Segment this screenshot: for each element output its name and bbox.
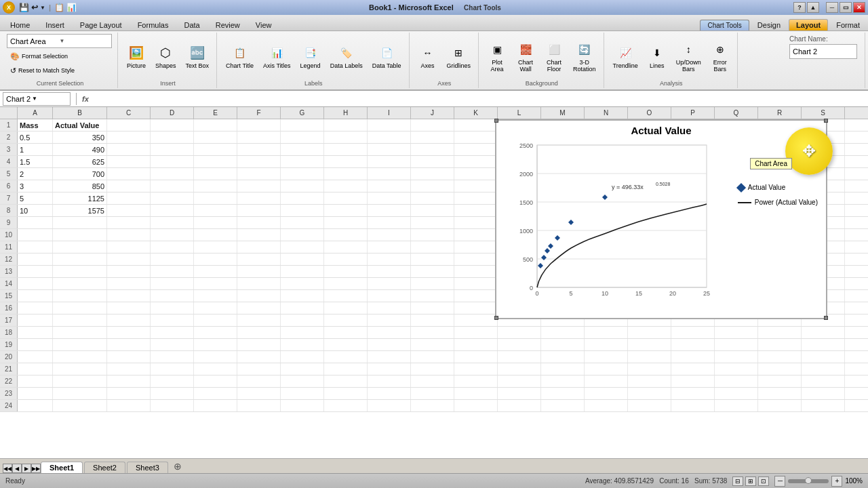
cell-empty[interactable] xyxy=(454,339,498,350)
tab-formulas[interactable]: Formulas xyxy=(130,19,176,30)
cell-empty[interactable] xyxy=(194,180,237,192)
cell-empty[interactable] xyxy=(368,192,411,204)
data-labels-btn[interactable]: 🏷️ Data Labels xyxy=(327,37,366,76)
cell-empty[interactable] xyxy=(411,192,454,204)
tab-home[interactable]: Home xyxy=(3,19,37,30)
cell-empty[interactable] xyxy=(194,192,237,204)
cell-empty[interactable] xyxy=(368,241,411,253)
cell-empty[interactable] xyxy=(324,253,368,265)
cell-empty[interactable] xyxy=(281,327,324,338)
cell-b[interactable] xyxy=(53,339,107,350)
cell-empty[interactable] xyxy=(454,278,498,289)
cell-empty[interactable] xyxy=(107,400,151,411)
cell-empty[interactable] xyxy=(194,375,237,387)
cell-empty[interactable] xyxy=(411,400,454,411)
new-sheet-btn[interactable]: ⊕ xyxy=(170,460,186,473)
restore-btn[interactable]: ▭ xyxy=(840,2,852,13)
cell-empty[interactable] xyxy=(368,314,411,326)
undo-icon[interactable]: ↩ xyxy=(31,3,38,12)
cell-empty[interactable] xyxy=(281,363,324,375)
cell-b[interactable]: 1125 xyxy=(53,192,107,204)
up-down-bars-btn[interactable]: ↕ Up/DownBars xyxy=(673,37,705,76)
tab-layout[interactable]: Layout xyxy=(789,19,828,30)
cell-empty[interactable] xyxy=(237,119,281,131)
cell-empty[interactable] xyxy=(107,363,151,375)
cell-a[interactable]: 1.5 xyxy=(18,156,53,167)
cell-empty[interactable] xyxy=(628,339,671,350)
cell-empty[interactable] xyxy=(194,253,237,265)
cell-empty[interactable] xyxy=(107,351,151,363)
cell-empty[interactable] xyxy=(194,156,237,167)
cell-empty[interactable] xyxy=(671,351,715,363)
cell-empty[interactable] xyxy=(715,327,758,338)
cell-b[interactable]: 350 xyxy=(53,131,107,143)
cell-empty[interactable] xyxy=(368,180,411,192)
cell-empty[interactable] xyxy=(151,131,194,143)
tab-page-layout[interactable]: Page Layout xyxy=(73,19,130,30)
cell-empty[interactable] xyxy=(281,119,324,131)
cell-empty[interactable] xyxy=(411,278,454,289)
cell-empty[interactable] xyxy=(454,375,498,387)
cell-empty[interactable] xyxy=(368,290,411,302)
cell-empty[interactable] xyxy=(411,217,454,228)
cell-empty[interactable] xyxy=(151,388,194,399)
cell-empty[interactable] xyxy=(498,400,541,411)
cell-empty[interactable] xyxy=(758,339,802,350)
error-bars-btn[interactable]: ⊕ ErrorBars xyxy=(707,37,733,76)
cell-empty[interactable] xyxy=(107,253,151,265)
gridlines-btn[interactable]: ⊞ Gridlines xyxy=(443,37,475,76)
cell-empty[interactable] xyxy=(758,400,802,411)
cell-empty[interactable] xyxy=(324,192,368,204)
col-header-e[interactable]: E xyxy=(194,107,237,119)
cell-empty[interactable] xyxy=(715,339,758,350)
cell-empty[interactable] xyxy=(758,388,802,399)
chart-area-dropdown[interactable]: Chart Area ▼ xyxy=(7,34,112,48)
cell-empty[interactable] xyxy=(194,363,237,375)
cell-empty[interactable] xyxy=(411,351,454,363)
cell-empty[interactable] xyxy=(107,156,151,167)
sheet-next-btn[interactable]: ▶ xyxy=(22,464,31,473)
cell-empty[interactable] xyxy=(585,375,628,387)
cell-a[interactable] xyxy=(18,229,53,241)
cell-empty[interactable] xyxy=(281,351,324,363)
cell-empty[interactable] xyxy=(107,168,151,180)
cell-empty[interactable] xyxy=(324,217,368,228)
cell-empty[interactable] xyxy=(671,400,715,411)
cell-empty[interactable] xyxy=(411,180,454,192)
cell-empty[interactable] xyxy=(281,278,324,289)
cell-empty[interactable] xyxy=(194,119,237,131)
cell-empty[interactable] xyxy=(237,302,281,314)
cell-empty[interactable] xyxy=(194,400,237,411)
cell-empty[interactable] xyxy=(498,327,541,338)
cell-empty[interactable] xyxy=(151,314,194,326)
cell-empty[interactable] xyxy=(368,229,411,241)
cell-empty[interactable] xyxy=(758,375,802,387)
cell-empty[interactable] xyxy=(194,302,237,314)
cell-b[interactable] xyxy=(53,229,107,241)
cell-empty[interactable] xyxy=(671,363,715,375)
cell-empty[interactable] xyxy=(411,131,454,143)
cell-empty[interactable] xyxy=(237,168,281,180)
cell-b[interactable] xyxy=(53,363,107,375)
col-header-p[interactable]: P xyxy=(671,107,715,119)
cell-a[interactable] xyxy=(18,363,53,375)
cell-empty[interactable] xyxy=(715,400,758,411)
sheet-prev-btn[interactable]: ◀ xyxy=(12,464,22,473)
tab-insert[interactable]: Insert xyxy=(38,19,72,30)
cell-empty[interactable] xyxy=(802,375,845,387)
cell-empty[interactable] xyxy=(628,327,671,338)
sheet-tab-2[interactable]: Sheet2 xyxy=(84,462,125,473)
cell-empty[interactable] xyxy=(541,400,585,411)
cell-empty[interactable] xyxy=(237,253,281,265)
cell-empty[interactable] xyxy=(368,217,411,228)
cell-empty[interactable] xyxy=(324,266,368,277)
cell-empty[interactable] xyxy=(411,339,454,350)
cell-empty[interactable] xyxy=(151,327,194,338)
cell-empty[interactable] xyxy=(802,327,845,338)
cell-empty[interactable] xyxy=(454,314,498,326)
name-box[interactable]: Chart 2 ▼ xyxy=(3,92,71,106)
cell-empty[interactable] xyxy=(454,253,498,265)
cell-empty[interactable] xyxy=(324,363,368,375)
other-icon2[interactable]: 📊 xyxy=(66,3,77,12)
cell-empty[interactable] xyxy=(237,144,281,155)
